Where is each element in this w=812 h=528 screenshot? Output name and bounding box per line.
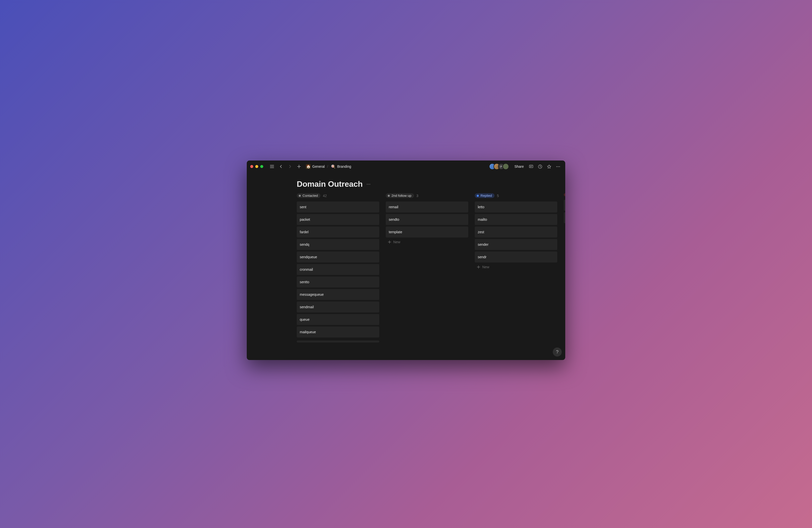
card-list: rg [564,200,565,223]
svg-rect-5 [529,165,533,167]
comments-icon[interactable] [527,163,535,170]
breadcrumb: 🏠 General / 🍭 Branding [304,163,353,170]
board-card[interactable]: sender [475,239,557,250]
board-column: Contacted42sentpacketfardelsendqsendqueu… [297,193,379,360]
board-card[interactable]: cronmail [297,264,379,275]
status-label: Contacted [303,194,318,197]
board-card[interactable]: sendr [475,251,557,263]
status-pill[interactable]: Contacted [297,193,320,198]
svg-point-13 [367,184,367,185]
page-title[interactable]: Domain Outreach [297,179,363,189]
share-button[interactable]: Share [512,163,526,170]
hamburger-menu-icon[interactable] [268,163,276,170]
card-list: remailsendtotemplate [386,202,468,237]
new-page-icon[interactable] [295,163,303,170]
breadcrumb-separator: / [327,164,329,168]
board-card[interactable]: g [564,212,565,223]
board-card[interactable]: sendmail [297,302,379,312]
svg-marker-9 [547,165,551,168]
board-column: Replied5lettomailtozestsendersendrNew [475,193,557,360]
board-card[interactable]: sendqueue [297,251,379,263]
nav-back-icon[interactable] [277,163,285,170]
board-card[interactable]: messagequeue [297,289,379,300]
svg-point-12 [559,166,560,167]
board-card[interactable]: letto [475,202,557,212]
board-card[interactable]: queue [297,314,379,325]
new-card-button[interactable]: New [475,263,557,272]
board-card-cutoff [297,340,379,342]
board-card[interactable]: sent [297,202,379,212]
board-card[interactable]: sendto [386,214,468,225]
title-more-icon[interactable] [365,181,372,188]
svg-point-10 [556,166,557,167]
svg-point-15 [369,184,370,185]
help-button[interactable]: ? [553,348,562,356]
svg-point-11 [557,166,558,167]
board-card[interactable]: packet [297,214,379,225]
new-card-label: New [393,240,400,244]
board-column: 2nd follow up3remailsendtotemplateNew [386,193,468,360]
column-header [564,193,565,196]
new-card-label: New [482,265,489,269]
column-count: 42 [323,194,327,198]
card-list: sentpacketfardelsendqsendqueuecronmailse… [297,202,379,342]
status-dot-icon [388,195,390,197]
breadcrumb-root[interactable]: 🏠 General [304,163,326,170]
maximize-window[interactable] [260,165,263,168]
board-card[interactable]: zest [475,226,557,237]
column-header: Contacted42 [297,193,379,198]
updates-icon[interactable] [536,163,544,170]
status-dot-icon [477,195,479,197]
window-controls[interactable] [250,165,263,168]
breadcrumb-page[interactable]: 🍭 Branding [329,163,353,170]
card-list: lettomailtozestsendersendr [475,202,557,263]
svg-point-14 [368,184,369,185]
board-card[interactable]: fardel [297,226,379,237]
column-count: 5 [497,194,499,198]
board-card[interactable]: sentto [297,277,379,288]
branding-icon: 🍭 [331,164,336,169]
close-window[interactable] [250,165,253,168]
status-pill[interactable]: Replied [475,193,494,198]
nav-forward-icon [286,163,294,170]
board-card[interactable]: remail [386,202,468,212]
avatar[interactable] [503,163,509,170]
status-label: Replied [480,194,492,197]
minimize-window[interactable] [255,165,258,168]
status-dot-icon [299,195,301,197]
board-card[interactable]: sendq [297,239,379,250]
more-menu-icon[interactable] [554,163,562,170]
favorite-icon[interactable] [545,163,553,170]
status-pill[interactable]: 2nd follow up [386,193,414,198]
new-card-button[interactable]: New [386,237,468,247]
breadcrumb-page-label: Branding [337,164,351,168]
column-header: 2nd follow up3 [386,193,468,198]
column-count: 3 [417,194,419,198]
board-column: rg [564,193,565,360]
status-label: 2nd follow up [392,194,411,197]
collaborator-avatars[interactable]: ナ [489,163,509,170]
board-card[interactable]: template [386,226,468,237]
breadcrumb-root-label: General [312,164,325,168]
column-header: Replied5 [475,193,557,198]
status-pill[interactable] [564,193,565,196]
kanban-board: Contacted42sentpacketfardelsendqsendqueu… [296,193,565,360]
home-icon: 🏠 [306,164,311,169]
board-card[interactable]: mailqueue [297,326,379,337]
board-card[interactable]: mailto [475,214,557,225]
board-card[interactable]: r [564,200,565,211]
